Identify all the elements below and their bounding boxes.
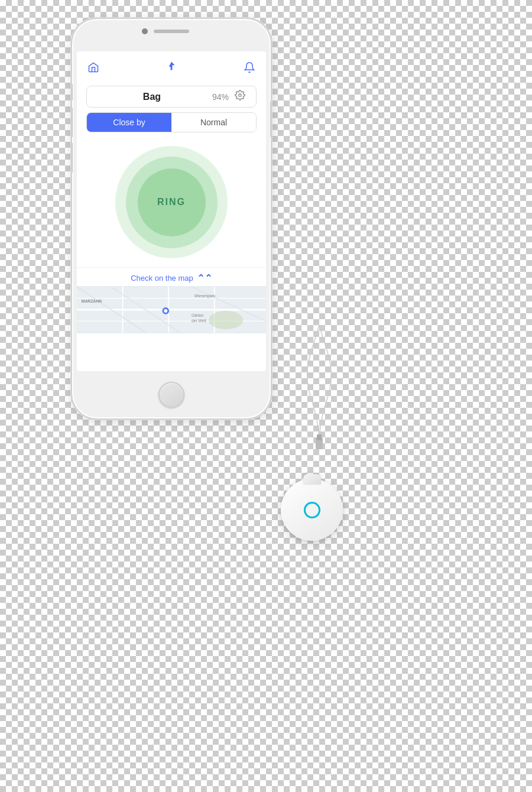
map-header-label: Check on the map (131, 274, 193, 283)
tracker-body (281, 479, 343, 541)
map-preview[interactable]: MARZAHN Wiesenpark Gärten der Welt (77, 286, 266, 333)
device-row: Bag 94% (86, 86, 257, 108)
ring-pulse-outer: RING (115, 146, 228, 258)
svg-point-13 (164, 309, 167, 313)
svg-text:MARZAHN: MARZAHN (82, 299, 102, 303)
phone-frame: Bag 94% Close by Normal (71, 18, 272, 420)
phone-camera (142, 28, 148, 34)
svg-point-18 (209, 311, 243, 329)
app-logo (163, 59, 180, 79)
device-name: Bag (98, 92, 206, 102)
ring-label[interactable]: RING (157, 197, 186, 207)
svg-rect-20 (317, 434, 322, 440)
settings-icon[interactable] (235, 90, 245, 103)
device-battery: 94% (212, 92, 229, 102)
volume-up-button (71, 108, 73, 137)
volume-down-button (71, 143, 73, 173)
home-icon[interactable] (87, 61, 99, 76)
mute-button (71, 84, 73, 100)
ring-area: RING (77, 137, 266, 267)
phone-speaker (154, 30, 189, 33)
power-button (270, 102, 272, 137)
home-button[interactable] (158, 382, 184, 408)
map-header[interactable]: Check on the map ⌃⌃ (77, 268, 266, 286)
svg-text:Wiesenpark: Wiesenpark (194, 294, 216, 298)
normal-tab[interactable]: Normal (171, 113, 256, 132)
app-header (77, 51, 266, 83)
svg-text:Gärten: Gärten (192, 313, 204, 317)
chevron-up-icon: ⌃⌃ (197, 272, 212, 284)
phone-mockup: Bag 94% Close by Normal (71, 18, 272, 420)
bell-icon[interactable] (244, 61, 255, 76)
lanyard-wire (290, 319, 349, 485)
phone-screen: Bag 94% Close by Normal (77, 51, 266, 371)
ring-pulse-mid: RING (126, 157, 218, 248)
proximity-toggle[interactable]: Close by Normal (86, 112, 257, 132)
tracker-top-connector (303, 474, 321, 485)
tracker-ring-indicator (304, 502, 320, 518)
svg-text:der Welt: der Welt (192, 319, 206, 323)
tracker-device (281, 479, 352, 541)
close-by-tab[interactable]: Close by (87, 113, 171, 132)
map-section: Check on the map ⌃⌃ (77, 267, 266, 333)
svg-point-1 (239, 94, 242, 97)
ring-button[interactable]: RING (138, 168, 206, 236)
